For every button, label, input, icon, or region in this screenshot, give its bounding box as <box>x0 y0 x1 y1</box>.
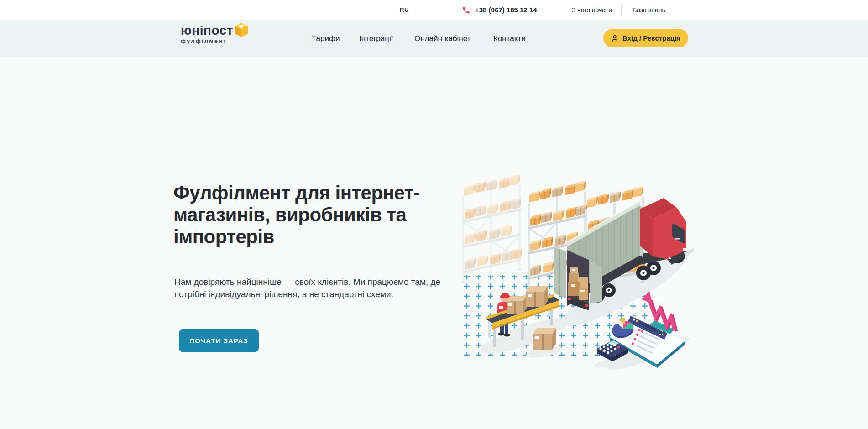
hero-heading-line3: імпортерів <box>173 226 419 248</box>
floor-box <box>533 328 556 350</box>
nav-item-online-cabinet[interactable]: Онлайн-кабінет <box>414 20 471 57</box>
logo[interactable]: юніпост фулфілмент <box>181 24 233 44</box>
hero-description-line2: потрібні індивідуальні рішення, а не ста… <box>174 288 440 300</box>
hero-illustration-svg <box>461 183 694 366</box>
landing-page: RU +38 (067) 185 12 14 З чого почати Баз… <box>0 0 868 429</box>
header: юніпост фулфілмент Тарифи Інтеграції Онл… <box>0 20 868 57</box>
phone-link[interactable]: +38 (067) 185 12 14 <box>462 1 537 19</box>
cube-arrow-icon <box>235 23 248 37</box>
hero-heading-line1: Фулфілмент для інтернет- <box>173 182 419 204</box>
phone-icon <box>462 6 471 15</box>
phone-number: +38 (067) 185 12 14 <box>475 1 537 19</box>
language-switcher[interactable]: RU <box>400 1 409 19</box>
hero-description: Нам довіряють найцінніше — своїх клієнті… <box>174 276 440 300</box>
topbar: RU +38 (067) 185 12 14 З чого почати Баз… <box>0 0 868 20</box>
start-now-button[interactable]: ПОЧАТИ ЗАРАЗ <box>179 329 259 352</box>
user-icon <box>611 35 618 42</box>
nav-item-tariffs[interactable]: Тарифи <box>312 20 340 57</box>
nav-item-integrations[interactable]: Інтеграції <box>359 20 393 57</box>
login-register-button[interactable]: Вхід / Реєстрація <box>603 29 688 47</box>
topbar-link-knowledge-base[interactable]: База знань <box>633 1 665 19</box>
logo-title: юніпост <box>181 24 233 37</box>
hero-heading-line2: магазинів, виробників та <box>173 204 419 226</box>
topbar-link-how-to-start[interactable]: З чого почати <box>572 1 612 19</box>
hero-description-line1: Нам довіряють найцінніше — своїх клієнті… <box>174 276 440 288</box>
nav-item-contacts[interactable]: Контакти <box>493 20 526 57</box>
topbar-divider <box>621 5 622 15</box>
logo-subtitle: фулфілмент <box>181 38 233 44</box>
login-register-label: Вхід / Реєстрація <box>622 34 680 42</box>
hero-illustration <box>461 183 694 366</box>
hero-heading: Фулфілмент для інтернет- магазинів, виро… <box>173 182 419 248</box>
